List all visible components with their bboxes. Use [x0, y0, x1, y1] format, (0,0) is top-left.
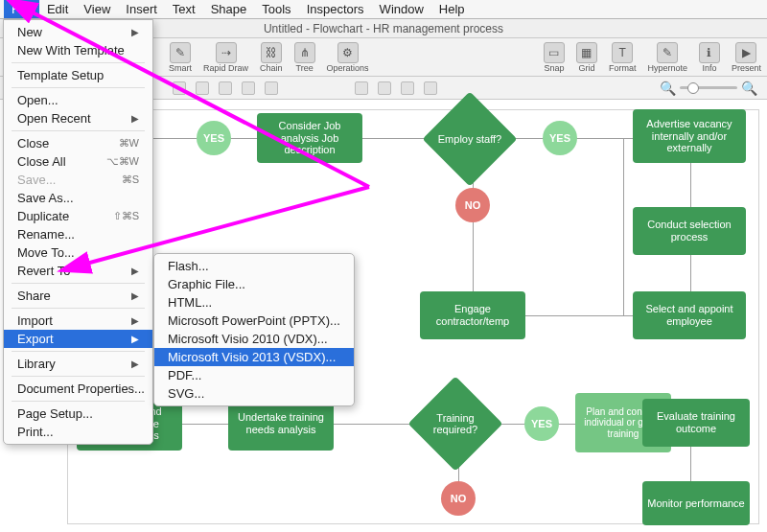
- menu-item-close[interactable]: Close⌘W: [4, 134, 152, 152]
- tool-icon[interactable]: [265, 81, 278, 95]
- shape-engage[interactable]: Engage contractor/temp: [420, 291, 525, 339]
- shape-yes[interactable]: YES: [524, 406, 559, 441]
- export-item-microsoft-powerpoint-pptx-[interactable]: Microsoft PowerPoint (PPTX)...: [154, 312, 354, 330]
- shape-no[interactable]: NO: [455, 188, 490, 222]
- menu-item-document-properties-[interactable]: Document Properties...: [4, 380, 152, 398]
- menu-item-library[interactable]: Library▶: [4, 355, 152, 373]
- menu-shape[interactable]: Shape: [203, 0, 255, 18]
- zoom-slider[interactable]: [680, 86, 737, 89]
- menu-item-label: Save...: [17, 173, 56, 187]
- menu-item-label: New: [17, 25, 42, 39]
- export-item-microsoft-visio-2013-vsdx-[interactable]: Microsoft Visio 2013 (VSDX)...: [154, 348, 354, 366]
- tool-icon[interactable]: [242, 81, 255, 95]
- chain-icon: ⛓: [261, 42, 282, 63]
- file-menu-dropdown: New▶New With TemplateTemplate SetupOpen.…: [3, 19, 153, 445]
- tb-present[interactable]: ▶Present: [732, 42, 761, 73]
- menu-view[interactable]: View: [76, 0, 118, 18]
- label: Consider Job analysis Job description: [261, 120, 359, 156]
- tb-operations[interactable]: ⚙Operations: [327, 42, 369, 73]
- menu-item-duplicate[interactable]: Duplicate⇧⌘S: [4, 207, 152, 225]
- menu-edit[interactable]: Edit: [39, 0, 76, 18]
- hand-icon[interactable]: [401, 81, 414, 95]
- export-item-graphic-file-[interactable]: Graphic File...: [154, 275, 354, 293]
- shape-training[interactable]: Training required?: [407, 390, 503, 457]
- shape-advertise[interactable]: Advertise vacancy internally and/or exte…: [633, 109, 746, 163]
- shape-consider[interactable]: Consider Job analysis Job description: [257, 113, 362, 163]
- menu-item-rename-[interactable]: Rename...: [4, 225, 152, 243]
- tb-format[interactable]: TFormat: [609, 42, 637, 73]
- menu-item-import[interactable]: Import▶: [4, 312, 152, 330]
- menu-text[interactable]: Text: [165, 0, 203, 18]
- menu-insert[interactable]: Insert: [118, 0, 165, 18]
- shape-yes[interactable]: YES: [197, 121, 231, 155]
- menu-window[interactable]: Window: [372, 0, 431, 18]
- zoom-in-icon[interactable]: 🔍: [741, 81, 757, 96]
- eyedropper-icon[interactable]: [355, 81, 368, 95]
- tb-smart[interactable]: ✎Smart: [169, 42, 192, 73]
- menu-item-label: Print...: [17, 425, 54, 439]
- export-item-svg-[interactable]: SVG...: [154, 384, 354, 403]
- export-item-flash-[interactable]: Flash...: [154, 257, 354, 275]
- menu-item-close-all[interactable]: Close All⌥⌘W: [4, 152, 152, 171]
- chevron-right-icon: ▶: [131, 113, 139, 124]
- menu-item-new[interactable]: New▶: [4, 23, 152, 41]
- shape-monitor[interactable]: Monitor performance: [642, 481, 750, 525]
- menu-item-page-setup-[interactable]: Page Setup...: [4, 405, 152, 423]
- present-icon: ▶: [735, 42, 756, 63]
- tb-info[interactable]: ℹInfo: [699, 42, 720, 73]
- menu-help[interactable]: Help: [431, 0, 473, 18]
- menu-item-move-to-[interactable]: Move To...: [4, 243, 152, 262]
- export-item-pdf-[interactable]: PDF...: [154, 366, 354, 384]
- menu-item-label: Move To...: [17, 245, 75, 260]
- tool-icon[interactable]: [219, 81, 232, 95]
- zoom-out-icon[interactable]: 🔍: [660, 81, 676, 96]
- menu-item-label: Library: [17, 357, 56, 371]
- tool-icon[interactable]: [196, 81, 209, 95]
- menu-item-label: Revert To: [17, 264, 70, 278]
- menu-item-label: Duplicate: [17, 209, 69, 223]
- menu-item-print-[interactable]: Print...: [4, 423, 152, 441]
- menu-item-open-recent[interactable]: Open Recent▶: [4, 109, 152, 127]
- export-item-html-[interactable]: HTML...: [154, 293, 354, 312]
- chevron-right-icon: ▶: [131, 290, 139, 301]
- paste-icon[interactable]: [424, 81, 437, 95]
- shape-evaluate[interactable]: Evaluate training outcome: [642, 399, 750, 447]
- menu-tools[interactable]: Tools: [254, 0, 298, 18]
- tb-chain[interactable]: ⛓Chain: [260, 42, 283, 73]
- menu-item-label: Document Properties...: [17, 382, 145, 396]
- shape-conduct[interactable]: Conduct selection process: [633, 207, 746, 255]
- tool-icon[interactable]: [173, 81, 186, 95]
- menu-inspectors[interactable]: Inspectors: [299, 0, 372, 18]
- menu-file[interactable]: File: [4, 0, 39, 18]
- menu-item-label: Save As...: [17, 191, 74, 205]
- tb-label: Present: [732, 63, 761, 73]
- tb-tree[interactable]: ⋔Tree: [294, 42, 315, 73]
- shortcut: ⇧⌘S: [113, 210, 139, 222]
- menu-item-template-setup[interactable]: Template Setup: [4, 66, 152, 84]
- shape-yes[interactable]: YES: [543, 121, 577, 155]
- menu-item-label: Page Setup...: [17, 406, 93, 421]
- shape-select[interactable]: Select and appoint employee: [633, 291, 746, 339]
- chevron-right-icon: ▶: [131, 334, 139, 344]
- tb-grid[interactable]: ▦Grid: [576, 42, 597, 73]
- shape-no[interactable]: NO: [441, 481, 476, 516]
- chevron-right-icon: ▶: [131, 266, 139, 276]
- shape-employ[interactable]: Employ staff?: [422, 105, 518, 173]
- grid-icon: ▦: [576, 42, 597, 63]
- label: YES: [203, 132, 224, 144]
- menu-item-new-with-template[interactable]: New With Template: [4, 41, 152, 59]
- export-item-microsoft-visio-2010-vdx-[interactable]: Microsoft Visio 2010 (VDX)...: [154, 330, 354, 348]
- menu-item-export[interactable]: Export▶: [4, 330, 152, 348]
- tb-rapid-draw[interactable]: ⇢Rapid Draw: [203, 42, 248, 73]
- menu-item-open-[interactable]: Open...: [4, 91, 152, 109]
- tb-label: Smart: [169, 63, 192, 73]
- menu-item-save-as-[interactable]: Save As...: [4, 189, 152, 207]
- menu-item-share[interactable]: Share▶: [4, 287, 152, 305]
- tb-hypernote[interactable]: ✎Hypernote: [647, 42, 687, 73]
- chevron-right-icon: ▶: [131, 315, 139, 326]
- paint-icon[interactable]: [378, 81, 391, 95]
- menu-item-revert-to[interactable]: Revert To▶: [4, 262, 152, 280]
- menu-item-label: Open Recent: [17, 111, 91, 126]
- chevron-right-icon: ▶: [131, 27, 139, 37]
- tb-snap[interactable]: ▭Snap: [544, 42, 565, 73]
